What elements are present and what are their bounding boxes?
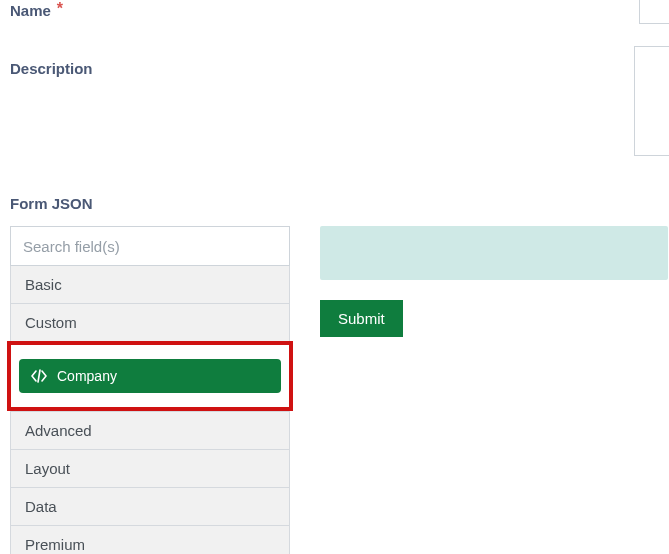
form-dropzone[interactable]	[320, 226, 668, 280]
components-sidebar: Basic Custom Company	[10, 226, 290, 554]
highlight-callout: Company	[7, 341, 293, 411]
name-input[interactable]	[639, 0, 669, 24]
required-asterisk-icon: *	[57, 0, 63, 18]
code-icon	[31, 369, 47, 383]
panel-custom[interactable]: Custom	[11, 303, 289, 341]
submit-button[interactable]: Submit	[320, 300, 403, 337]
panel-layout[interactable]: Layout	[11, 449, 289, 487]
panel-basic[interactable]: Basic	[11, 266, 289, 303]
panel-data[interactable]: Data	[11, 487, 289, 525]
panel-advanced[interactable]: Advanced	[11, 411, 289, 449]
description-row: Description	[0, 60, 669, 77]
panel-premium[interactable]: Premium	[11, 525, 289, 554]
panel-list: Basic Custom Company	[10, 266, 290, 554]
company-component[interactable]: Company	[19, 359, 281, 393]
description-label: Description	[10, 60, 93, 77]
search-input[interactable]	[10, 226, 290, 266]
builder-container: Basic Custom Company	[0, 226, 669, 554]
panel-custom-body: Company	[11, 341, 289, 411]
company-component-label: Company	[57, 368, 117, 384]
name-row: Name *	[0, 2, 669, 20]
form-json-heading: Form JSON	[0, 195, 669, 212]
name-label: Name	[10, 2, 51, 19]
form-canvas: Submit	[320, 226, 669, 554]
description-input[interactable]	[634, 46, 669, 156]
